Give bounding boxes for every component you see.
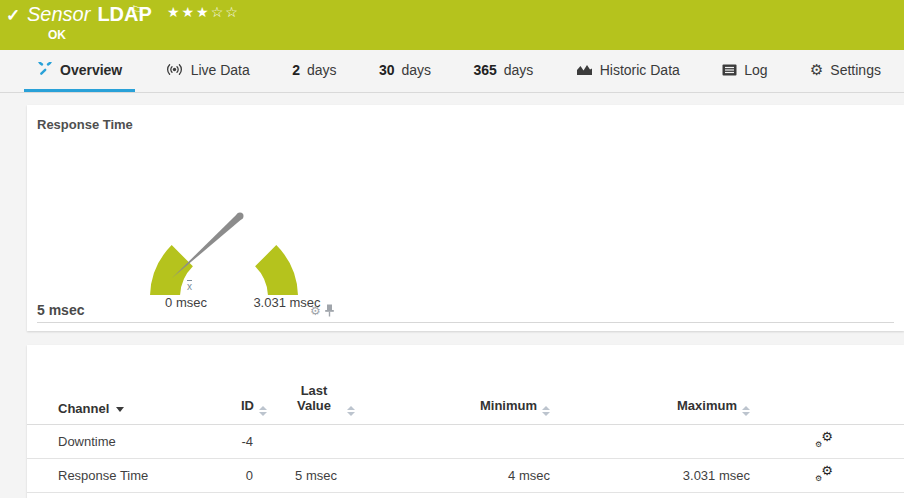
panel-title: Response Time xyxy=(37,117,133,132)
tab-overview[interactable]: Overview xyxy=(24,50,135,92)
priority-stars[interactable]: ★★★☆☆ xyxy=(167,4,240,20)
tab-30-days-label: days xyxy=(401,62,431,78)
channel-last-value: 5 msec xyxy=(277,459,377,493)
channel-settings-gears-icon[interactable]: ⚙⚙ xyxy=(815,467,833,482)
channel-name: Response Time xyxy=(27,459,227,493)
column-header-channel-label: Channel xyxy=(58,401,109,416)
tab-2-days-label: days xyxy=(307,62,337,78)
sensor-status-badge: OK xyxy=(48,28,66,42)
tab-365-days-number: 365 xyxy=(473,62,496,78)
channel-table-header-row: Channel ID Last Value Minimum Maximum xyxy=(27,345,904,425)
tab-historic-data-label: Historic Data xyxy=(600,62,680,78)
tab-live-data[interactable]: Live Data xyxy=(152,50,263,92)
channel-maximum xyxy=(557,425,757,459)
table-row-response-time: Response Time 0 5 msec 4 msec 3.031 msec… xyxy=(27,459,904,493)
status-ok-check-icon: ✓ xyxy=(6,5,20,26)
gauge-settings-icon[interactable]: ⚙ xyxy=(310,305,321,317)
gauge-toolbar: ⚙ xyxy=(310,304,335,317)
sort-desc-icon xyxy=(116,407,124,412)
tab-365-days-label: days xyxy=(504,62,534,78)
channel-table-panel: Channel ID Last Value Minimum Maximum xyxy=(27,345,904,498)
panel-divider xyxy=(37,322,894,323)
priority-flag-icon[interactable]: ⚐ xyxy=(131,3,143,18)
column-header-minimum[interactable]: Minimum xyxy=(377,345,557,425)
tab-log[interactable]: Log xyxy=(709,50,780,92)
gauge-current-value: 5 msec xyxy=(37,302,84,318)
column-header-id[interactable]: ID xyxy=(227,345,277,425)
tab-365-days[interactable]: 365 days xyxy=(460,50,546,92)
column-header-actions xyxy=(757,345,904,425)
column-header-last-value-label: Last Value xyxy=(286,383,342,413)
log-list-icon xyxy=(722,64,737,76)
tab-live-data-label: Live Data xyxy=(191,62,250,78)
gauge-average-marker: x xyxy=(187,281,192,292)
response-time-gauge xyxy=(127,125,327,295)
live-data-icon xyxy=(165,63,184,76)
tab-30-days[interactable]: 30 days xyxy=(366,50,444,92)
tab-settings-label: Settings xyxy=(830,62,881,78)
column-header-id-label: ID xyxy=(241,398,254,413)
sort-icon xyxy=(542,406,550,416)
tab-2-days[interactable]: 2 days xyxy=(279,50,349,92)
tab-settings[interactable]: ⚙ Settings xyxy=(797,50,894,92)
channel-id: 0 xyxy=(227,459,277,493)
gauge-min-label: 0 msec xyxy=(131,295,241,310)
gauge-needle xyxy=(172,213,242,278)
tab-30-days-number: 30 xyxy=(379,62,395,78)
sensor-name: LDAP xyxy=(97,3,151,25)
channel-last-value xyxy=(277,425,377,459)
tab-2-days-number: 2 xyxy=(292,62,300,78)
column-header-minimum-label: Minimum xyxy=(480,398,537,413)
channel-minimum: 4 msec xyxy=(377,459,557,493)
tab-historic-data[interactable]: Historic Data xyxy=(563,50,693,92)
channel-name: Downtime xyxy=(27,425,227,459)
tab-bar: Overview Live Data 2 days 30 days 365 da… xyxy=(0,50,904,93)
column-header-maximum[interactable]: Maximum xyxy=(557,345,757,425)
channel-settings-gears-icon[interactable]: ⚙⚙ xyxy=(815,433,833,448)
channel-id: -4 xyxy=(227,425,277,459)
sort-icon xyxy=(742,406,750,416)
sort-icon xyxy=(259,406,267,416)
sort-icon xyxy=(347,406,355,416)
channel-table: Channel ID Last Value Minimum Maximum xyxy=(27,345,904,493)
gauge-icon xyxy=(37,62,53,78)
sensor-header: ✓ SensorLDAP ⚐ ★★★☆☆ OK xyxy=(0,0,904,50)
settings-gear-icon: ⚙ xyxy=(810,62,823,77)
historic-chart-icon xyxy=(576,63,593,76)
column-header-maximum-label: Maximum xyxy=(677,398,737,413)
response-time-panel: Response Time x 0 msec 3.031 msec ⚙ 5 ms… xyxy=(27,105,904,331)
channel-minimum xyxy=(377,425,557,459)
tab-log-label: Log xyxy=(744,62,767,78)
table-row-downtime: Downtime -4 ⚙⚙ xyxy=(27,425,904,459)
gauge-pin-icon[interactable] xyxy=(324,304,335,317)
channel-maximum: 3.031 msec xyxy=(557,459,757,493)
column-header-channel[interactable]: Channel xyxy=(27,345,227,425)
sensor-type-label: Sensor xyxy=(27,3,90,25)
tab-overview-label: Overview xyxy=(60,62,122,78)
column-header-last-value[interactable]: Last Value xyxy=(277,345,377,425)
